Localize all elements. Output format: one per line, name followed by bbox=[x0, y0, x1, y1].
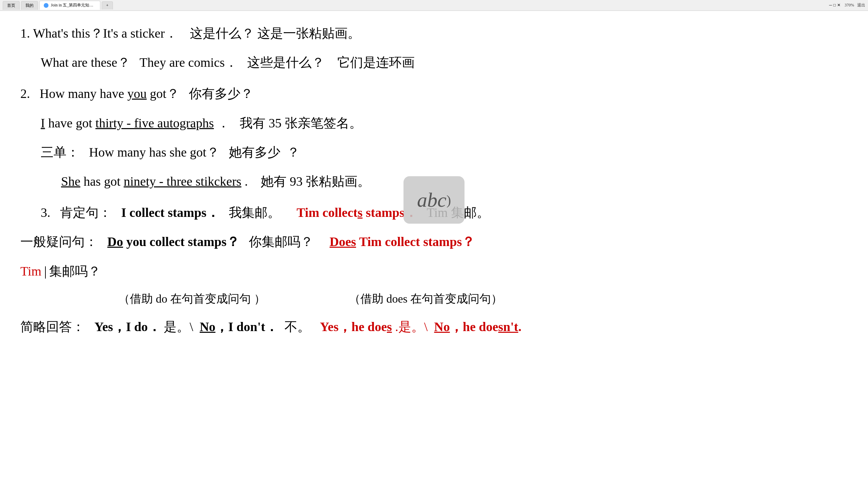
line3-question-red: Does Tim collect stamps？ bbox=[330, 235, 475, 249]
line2-i: I bbox=[41, 116, 45, 130]
tab-lesson-icon bbox=[44, 3, 48, 8]
line3-answer: 简略回答： Yes，I do． 是。\ No，I don't． 不。 Yes，h… bbox=[20, 314, 848, 339]
tab-lesson-label: Join in 五_第四单元知识点梳理（...） bbox=[51, 3, 100, 7]
line2-ninety-three: ninety - three stikckers bbox=[124, 174, 241, 188]
abc-overlay: abc ) bbox=[403, 176, 465, 224]
line3-label: 肯定句： bbox=[60, 205, 118, 220]
line3-affirm-red: Tim collects stamps． bbox=[297, 205, 417, 220]
line2-part1-en: How many have you got？ bbox=[40, 86, 186, 101]
line3-tim-red: Tim bbox=[20, 264, 41, 278]
maximize-icon[interactable]: □ bbox=[833, 3, 836, 8]
line2-part3-en: How many has she got？ bbox=[89, 145, 226, 159]
line2-has: has got bbox=[84, 174, 124, 188]
tab-mine[interactable]: 我的 bbox=[21, 1, 38, 10]
line1-num: 1. bbox=[20, 26, 30, 40]
line3-question: 一般疑问句： Do you collect stamps？ 你集邮吗？ Does… bbox=[20, 229, 848, 254]
line3-affirm-bold: I collect stamps． bbox=[121, 205, 219, 220]
line3-affirm-zh: 我集邮。 bbox=[222, 205, 293, 220]
zoom-label: 370% bbox=[845, 3, 854, 7]
line1-part2-zh: 这些是什么？ 它们是连环画 bbox=[247, 55, 415, 69]
line2-part3-zh: 她有多少 ？ bbox=[229, 145, 300, 159]
line2-part1-zh: 你有多少？ bbox=[189, 86, 253, 101]
line2-part2: I have got thirty - five autographs ． 我有… bbox=[41, 111, 848, 135]
line2-num: 2. bbox=[20, 86, 37, 101]
tab-lesson[interactable]: Join in 五_第四单元知识点梳理（...） bbox=[39, 1, 100, 10]
line3-no-bold: No，I don't． bbox=[200, 320, 278, 334]
tab-homepage-label: 首页 bbox=[7, 3, 15, 8]
line2-thirty-five: thirty - five autographs bbox=[95, 116, 214, 130]
line1-part2-en: What are these？ They are comics． bbox=[41, 55, 244, 69]
line3-tim: Tim 集邮吗？ bbox=[20, 259, 848, 283]
line3-note-do: （借助 do 在句首变成问句 ） bbox=[20, 292, 265, 305]
line3-question-zh: 你集邮吗？ bbox=[242, 235, 326, 249]
line3-yes-zh: 是。\ bbox=[164, 320, 196, 334]
close-icon[interactable]: ✕ bbox=[837, 3, 841, 8]
line3-num: 3. bbox=[41, 205, 57, 220]
browser-chrome: 首页 我的 Join in 五_第四单元知识点梳理（...） + ─ □ ✕ 3… bbox=[0, 0, 868, 11]
line3-question-bold: Do you collect stamps？ bbox=[107, 235, 239, 249]
abc-text: abc bbox=[417, 188, 447, 212]
browser-controls: ─ □ ✕ 370% 退出 bbox=[829, 2, 865, 8]
line2-period: ． bbox=[217, 116, 236, 130]
tab-homepage[interactable]: 首页 bbox=[3, 1, 20, 10]
line3-tim-zh: 集邮吗？ bbox=[49, 264, 101, 278]
minimize-icon[interactable]: ─ bbox=[829, 3, 832, 8]
section-1: 1. What's this？It's a sticker． 这是什么？ 这是一… bbox=[20, 21, 848, 75]
zoom-indicator: 370% 退出 bbox=[845, 2, 865, 8]
line2-have: have got bbox=[48, 116, 95, 130]
tab-bar: 首页 我的 Join in 五_第四单元知识点梳理（...） + bbox=[3, 1, 827, 10]
line3-yes-bold: Yes，I do． bbox=[95, 320, 161, 334]
line2-she: She bbox=[61, 174, 80, 188]
san-dan-label: 三单： bbox=[41, 145, 86, 159]
line2-sanDan: 三单： How many has she got？ 她有多少 ？ bbox=[41, 140, 848, 164]
tab-mine-label: 我的 bbox=[25, 3, 34, 8]
line1-part2: What are these？ They are comics． 这些是什么？ … bbox=[41, 50, 848, 75]
line2-dot: . bbox=[244, 174, 257, 188]
tab-add[interactable]: + bbox=[102, 1, 113, 9]
line3-no-red: No，he doesn't. bbox=[434, 320, 521, 334]
line3-answer-label: 简略回答： bbox=[20, 320, 91, 334]
line3-yes-red: Yes，he does bbox=[320, 320, 392, 334]
line1-part1-en: What's this？It's a sticker． bbox=[33, 26, 178, 40]
line2-part1: 2. How many have you got？ 你有多少？ bbox=[20, 81, 848, 106]
abc-cursor: ) bbox=[447, 192, 451, 208]
line3-notes: （借助 do 在句首变成问句 ） （借助 does 在句首变成问句） bbox=[20, 288, 848, 310]
line3-question-label: 一般疑问句： bbox=[20, 235, 104, 249]
line3-note-does: （借助 does 在句首变成问句） bbox=[268, 292, 502, 305]
line3-no-zh: 不。 bbox=[281, 320, 317, 334]
line3-yes-red2: .是。\ bbox=[395, 320, 431, 334]
line1-part1: 1. What's this？It's a sticker． 这是什么？ 这是一… bbox=[20, 21, 848, 45]
exit-button[interactable]: 退出 bbox=[857, 3, 865, 7]
line2-zh: 我有 35 张亲笔签名。 bbox=[240, 116, 362, 130]
cursor bbox=[45, 266, 46, 279]
line1-part1-zh: 这是什么？ 这是一张粘贴画。 bbox=[190, 26, 361, 40]
line2-part4-zh: 她有 93 张粘贴画。 bbox=[261, 174, 370, 188]
